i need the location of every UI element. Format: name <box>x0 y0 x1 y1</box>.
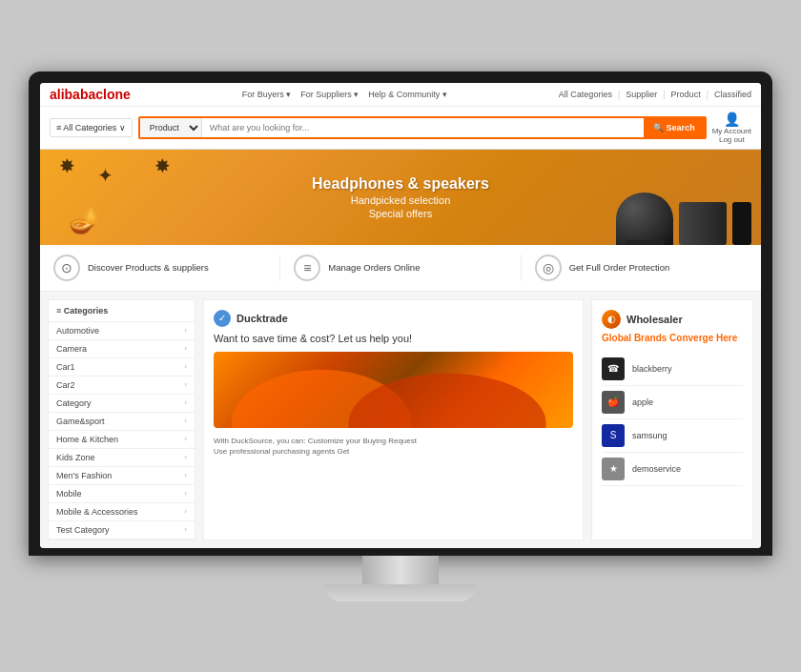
nav-for-suppliers[interactable]: For Suppliers ▾ <box>300 90 359 99</box>
demoservice-thumb: ★ <box>602 458 625 480</box>
arrow-icon: › <box>184 344 187 353</box>
all-categories-button[interactable]: ≡ All Categories ∨ <box>50 118 133 137</box>
account-icon: 👤 <box>724 112 740 127</box>
hero-text: Headphones & speakers Handpicked selecti… <box>312 175 489 219</box>
sidebar-item-home-kitchen[interactable]: Home & Kitchen › <box>49 431 195 449</box>
firework-1: ✸ <box>59 154 75 177</box>
protection-icon: ◎ <box>535 255 562 281</box>
arrow-icon: › <box>184 326 187 335</box>
arrow-icon: › <box>184 489 187 498</box>
wholesaler-subtitle: Global Brands Converge Here <box>602 333 743 343</box>
sidebar-item-car2[interactable]: Car2 › <box>49 377 195 395</box>
sidebar-item-category[interactable]: Category › <box>49 395 195 413</box>
account-button[interactable]: 👤 My Account Log out <box>712 112 751 144</box>
blackberry-thumb: ☎ <box>602 357 625 380</box>
search-button[interactable]: 🔍 Search <box>644 118 705 137</box>
sidebar-item-mens-fashion[interactable]: Men's Fashion › <box>49 467 195 485</box>
monitor-stand-base <box>324 584 477 601</box>
brand-samsung[interactable]: S samsung <box>602 419 743 453</box>
feature-protection: ◎ Get Full Order Protection <box>522 255 761 281</box>
wholesaler-title: Wholesaler <box>626 314 683 325</box>
apple-label: apple <box>632 397 653 407</box>
firework-3: ✸ <box>154 154 171 177</box>
account-label: My Account <box>712 127 751 135</box>
brand-demoservice[interactable]: ★ demoservice <box>602 453 743 486</box>
features-strip: ⊙ Discover Products & suppliers ≡ Manage… <box>40 245 761 292</box>
search-group: Product 🔍 Search <box>138 116 707 139</box>
arrow-icon: › <box>184 453 187 461</box>
top-nav-right: All Categories | Supplier | Product | Cl… <box>559 90 751 99</box>
wholesaler-header: ◐ Wholesaler <box>602 310 743 329</box>
hero-subtitle2: Special offers <box>312 208 489 219</box>
search-category-select[interactable]: Product <box>140 118 202 137</box>
blackberry-label: blackberry <box>632 364 672 374</box>
diya-icon: 🪔 <box>69 206 99 235</box>
orders-text: Manage Orders Online <box>328 262 420 273</box>
feature-discover: ⊙ Discover Products & suppliers <box>40 255 280 281</box>
discover-text: Discover Products & suppliers <box>88 262 209 273</box>
categories-label: ≡ Categories <box>56 306 108 316</box>
brand-apple[interactable]: 🍎 apple <box>602 386 743 419</box>
sidebar-header: ≡ Categories <box>49 300 195 322</box>
top-nav-links: For Buyers ▾ For Suppliers ▾ Help & Comm… <box>242 90 447 99</box>
top-nav: alibabaclone For Buyers ▾ For Suppliers … <box>40 83 761 107</box>
sidebar-item-car1[interactable]: Car1 › <box>49 358 195 377</box>
nav-for-buyers[interactable]: For Buyers ▾ <box>242 90 292 99</box>
sidebar-item-automotive[interactable]: Automotive › <box>49 322 195 340</box>
sidebar-item-mobile[interactable]: Mobile › <box>49 485 195 503</box>
arrow-icon: › <box>184 525 187 534</box>
sidebar-item-test-category[interactable]: Test Category › <box>49 521 195 540</box>
hero-subtitle1: Handpicked selection <box>312 194 489 206</box>
brand-blackberry[interactable]: ☎ blackberry <box>602 353 743 386</box>
wholesaler-icon: ◐ <box>602 310 621 329</box>
headphone-image <box>616 193 673 245</box>
hero-banner: ✸ ✦ ✸ 🪔 Headphones & speakers Handpicked… <box>40 150 761 245</box>
search-input[interactable] <box>202 118 644 137</box>
firework-2: ✦ <box>97 164 113 187</box>
middle-content: ✓ Ducktrade Want to save time & cost? Le… <box>203 299 584 540</box>
world-map-image <box>214 352 573 428</box>
sidebar-item-camera[interactable]: Camera › <box>49 340 195 358</box>
search-bar: ≡ All Categories ∨ Product 🔍 Search 👤 <box>40 107 761 150</box>
logo: alibabaclone <box>50 87 131 102</box>
hero-title: Headphones & speakers <box>312 175 489 193</box>
sidebar-item-mobile-accessories[interactable]: Mobile & Accessories › <box>49 503 195 521</box>
samsung-label: samsung <box>632 431 668 440</box>
arrow-icon: › <box>184 362 187 371</box>
nav-all-categories[interactable]: All Categories <box>559 90 612 99</box>
demoservice-label: demoservice <box>632 464 681 474</box>
arrow-icon: › <box>184 380 187 389</box>
right-content: ◐ Wholesaler Global Brands Converge Here… <box>591 299 753 540</box>
arrow-icon: › <box>184 507 187 516</box>
ducktrade-tagline: Want to save time & cost? Let us help yo… <box>214 333 573 344</box>
apple-thumb: 🍎 <box>602 391 625 414</box>
samsung-thumb: S <box>602 424 625 447</box>
sidebar-item-kids-zone[interactable]: Kids Zone › <box>49 449 195 467</box>
arrow-icon: › <box>184 471 187 479</box>
nav-classified[interactable]: Classified <box>714 90 751 99</box>
monitor-stand-neck <box>362 556 439 584</box>
monitor-bezel: alibabaclone For Buyers ▾ For Suppliers … <box>40 83 761 548</box>
speaker-image <box>679 202 727 245</box>
ducktrade-icon: ✓ <box>214 310 231 327</box>
site-wrapper: alibabaclone For Buyers ▾ For Suppliers … <box>40 83 761 548</box>
ducktrade-desc: With DuckSource, you can: Customize your… <box>214 436 573 457</box>
discover-icon: ⊙ <box>53 255 80 281</box>
logo-text: alibabaclone <box>50 87 131 102</box>
arrow-icon: › <box>184 417 187 425</box>
ducktrade-name: Ducktrade <box>236 313 288 324</box>
hero-products <box>616 193 751 245</box>
monitor-screen: alibabaclone For Buyers ▾ For Suppliers … <box>29 71 772 556</box>
sidebar-item-gamesport[interactable]: Game&sport › <box>49 413 195 431</box>
arrow-icon: › <box>184 398 187 407</box>
all-categories-label: ≡ All Categories ∨ <box>56 123 126 132</box>
arrow-icon: › <box>184 435 187 443</box>
orders-icon: ≡ <box>294 255 320 281</box>
sidebar: ≡ Categories Automotive › Camera › Car1 <box>48 299 195 540</box>
monitor-wrapper: alibabaclone For Buyers ▾ For Suppliers … <box>29 71 772 601</box>
nav-help-community[interactable]: Help & Community ▾ <box>368 90 447 99</box>
nav-product[interactable]: Product <box>671 90 701 99</box>
nav-supplier[interactable]: Supplier <box>626 90 657 99</box>
feature-orders: ≡ Manage Orders Online <box>280 255 521 281</box>
phone-image <box>732 202 751 245</box>
